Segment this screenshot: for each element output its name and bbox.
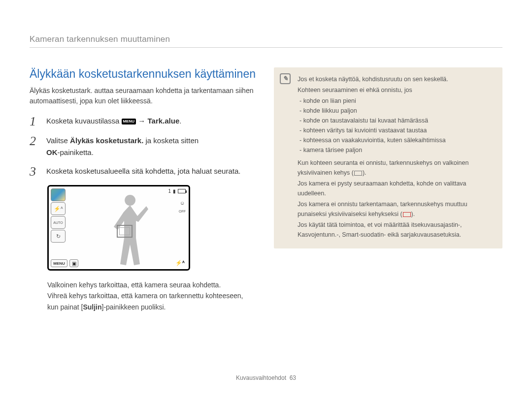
info-bullets: kohde on liian pieni kohde liikkuu paljo… <box>298 96 494 155</box>
focus-frame-icon <box>117 225 133 238</box>
shot-count: 1 <box>168 188 171 194</box>
menu-button-icon: MENU <box>51 259 67 267</box>
info-line: Jos käytät tätä toimintoa, et voi määrit… <box>298 220 494 240</box>
note-line: Vihreä kehys tarkoittaa, että kamera on … <box>47 290 253 312</box>
step-text: Kosketa kuvaustilassa <box>46 117 122 125</box>
playback-icon: ▣ <box>69 259 78 267</box>
note-line: Valkoinen kehys tarkoittaa, että kamera … <box>47 279 253 290</box>
step-body: Valitse Älykäs kosketustark. ja kosketa … <box>46 135 258 158</box>
camera-screen-illustration: ⚡ᴬ AUTO ↻ MENU ▣ 1 ▮ ☺ OFF ⚡ᴬ <box>47 185 190 271</box>
info-text: Kun kohteen seuranta ei onnistu, tarkenn… <box>298 159 468 176</box>
section-intro: Älykäs kosketustark. auttaa seuraamaan k… <box>30 86 258 106</box>
info-box: ✎ Jos et kosketa näyttöä, kohdistusruutu… <box>274 67 502 248</box>
step-3: 3 Kosketa kosketusalueella sitä kohdetta… <box>30 165 258 178</box>
info-bullet: kohde on liian pieni <box>298 96 494 106</box>
info-text: Jos kamera ei onnistu tarkentamaan, tark… <box>298 201 467 217</box>
storage-icon: ▮ <box>173 188 176 194</box>
step-number: 1 <box>30 115 39 128</box>
auto-mode-icon: AUTO <box>51 216 66 229</box>
camera-status-bar: 1 ▮ <box>168 188 186 194</box>
step-1: 1 Kosketa kuvaustilassa MENU → Tark.alue… <box>30 115 258 128</box>
info-bullet: kohteen väritys tai kuviointi vastaavat … <box>298 125 494 135</box>
page-number: 63 <box>290 374 296 381</box>
info-line: Jos kamera ei onnistu tarkentamaan, tark… <box>298 199 494 219</box>
footer-label: Kuvausvaihtoehdot <box>236 374 286 381</box>
white-frame-icon <box>354 171 362 176</box>
page-footer: Kuvausvaihtoehdot 63 <box>0 374 532 381</box>
thumbnail-icon <box>51 188 66 201</box>
left-column: Älykkään kosketustarkennuksen käyttämine… <box>30 67 258 312</box>
right-column: ✎ Jos et kosketa näyttöä, kohdistusruutu… <box>274 67 502 312</box>
flash-auto-indicator: ⚡ᴬ <box>175 260 185 266</box>
timer-icon: ↻ <box>51 230 66 243</box>
battery-icon <box>178 189 186 193</box>
ok-icon: OK <box>46 148 58 156</box>
note-text: ]-painikkeen puoliksi. <box>102 303 166 311</box>
flash-auto-icon: ⚡ᴬ <box>51 202 66 215</box>
info-line: Kun kohteen seuranta ei onnistu, tarkenn… <box>298 158 494 178</box>
step-text: Valitse <box>46 136 70 145</box>
menu-badge-icon: MENU <box>122 119 136 124</box>
info-line: Kohteen seuraaminen ei ehkä onnistu, jos <box>298 85 494 95</box>
shutter-bold: Suljin <box>83 303 101 311</box>
step-number: 3 <box>30 165 39 178</box>
step-body: Kosketa kuvaustilassa MENU → Tark.alue. <box>46 115 258 127</box>
info-bullet: kohde liikkuu paljon <box>298 106 494 116</box>
off-indicator: OFF <box>179 210 186 213</box>
step-post: -painiketta. <box>58 148 94 156</box>
info-bullet: kohteessa on vaakakuviointia, kuten säle… <box>298 135 494 145</box>
step-number: 2 <box>30 135 39 148</box>
page-breadcrumb: Kameran tarkennuksen muuttaminen <box>30 34 502 48</box>
note-icon: ✎ <box>280 73 291 84</box>
step-post: . <box>179 117 181 125</box>
info-line: Jos et kosketa näyttöä, kohdistusruutu o… <box>298 74 494 84</box>
step-text: ja kosketa sitten <box>146 136 199 145</box>
info-text: ). <box>363 169 366 176</box>
svg-point-0 <box>125 195 135 206</box>
info-text: ). <box>411 211 415 217</box>
person-silhouette-icon <box>103 191 162 270</box>
step-bold: Tark.alue <box>147 117 179 125</box>
info-bullet: kohde on taustavalaistu tai kuvaat hämär… <box>298 116 494 125</box>
info-bullet: kamera tärisee paljon <box>298 145 494 155</box>
step-2: 2 Valitse Älykäs kosketustark. ja kosket… <box>30 135 258 158</box>
info-line: Jos kamera ei pysty seuraamaan kohdetta,… <box>298 179 494 198</box>
arrow-icon: → <box>138 117 147 125</box>
red-frame-icon <box>403 212 411 217</box>
step-body: Kosketa kosketusalueella sitä kohdetta, … <box>46 165 258 177</box>
face-detect-icon: ☺ <box>180 200 185 206</box>
section-title: Älykkään kosketustarkennuksen käyttämine… <box>30 67 258 81</box>
frame-notes: Valkoinen kehys tarkoittaa, että kamera … <box>47 279 253 312</box>
step-bold: Älykäs kosketustark. <box>70 136 143 145</box>
